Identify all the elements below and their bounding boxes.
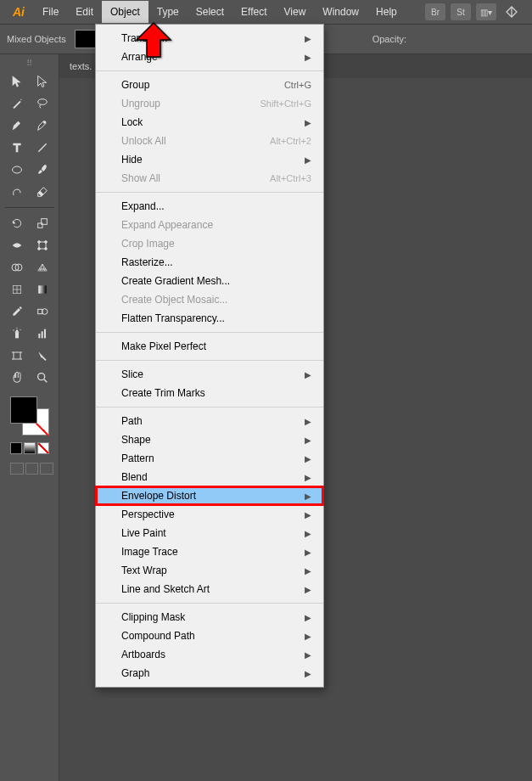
selection-tool[interactable] (5, 71, 29, 92)
fill-stroke-swatches[interactable] (10, 396, 49, 435)
menu-item-create-trim-marks[interactable]: Create Trim Marks (96, 384, 323, 402)
zoom-tool[interactable] (31, 368, 54, 388)
perspective-grid-tool[interactable] (31, 257, 54, 278)
menu-item-lock[interactable]: Lock▶ (96, 113, 323, 132)
menu-item-label: Expand Appearance (121, 219, 311, 231)
bridge-icon[interactable]: Br (425, 3, 445, 20)
blend-tool[interactable] (31, 301, 54, 322)
menu-item-blend[interactable]: Blend▶ (96, 468, 323, 486)
menu-type[interactable]: Type (148, 1, 188, 23)
menu-item-shortcut: Alt+Ctrl+3 (270, 173, 311, 183)
menu-item-artboards[interactable]: Artboards▶ (96, 645, 323, 664)
menu-item-graph[interactable]: Graph▶ (96, 664, 323, 683)
direct-selection-tool[interactable] (31, 71, 54, 92)
hand-tool[interactable] (5, 368, 29, 388)
menu-item-pattern[interactable]: Pattern▶ (96, 449, 323, 468)
svg-point-21 (20, 329, 20, 330)
submenu-arrow-icon: ▶ (305, 669, 311, 678)
menu-item-create-gradient-mesh[interactable]: Create Gradient Mesh... (96, 272, 323, 290)
svg-point-7 (38, 241, 41, 244)
symbol-sprayer-tool[interactable] (5, 323, 29, 344)
submenu-arrow-icon: ▶ (305, 492, 311, 501)
draw-behind[interactable] (25, 463, 39, 475)
menu-effect[interactable]: Effect (232, 1, 275, 23)
gradient-tool[interactable] (31, 279, 54, 300)
svg-rect-4 (38, 223, 42, 228)
mesh-tool[interactable] (5, 279, 29, 300)
fill-swatch-tool[interactable] (10, 396, 37, 424)
menu-item-label: Artboards (121, 649, 298, 660)
menu-item-compound-path[interactable]: Compound Path▶ (96, 626, 323, 645)
pen-tool[interactable] (5, 115, 29, 136)
menu-item-label: Create Trim Marks (121, 387, 311, 399)
lasso-tool[interactable] (31, 93, 54, 114)
width-tool[interactable] (5, 235, 29, 256)
svg-rect-16 (38, 285, 46, 293)
type-tool[interactable] (5, 138, 29, 158)
menu-item-label: Flatten Transparency... (121, 312, 311, 324)
menu-item-label: Unlock All (121, 135, 270, 147)
menu-item-slice[interactable]: Slice▶ (96, 365, 323, 384)
magic-wand-tool[interactable] (5, 93, 29, 114)
color-mode-gradient[interactable] (24, 442, 36, 454)
color-mode-color[interactable] (10, 442, 22, 454)
submenu-arrow-icon: ▶ (305, 613, 311, 622)
submenu-arrow-icon: ▶ (305, 118, 311, 127)
menu-window[interactable]: Window (314, 1, 367, 23)
draw-normal[interactable] (10, 463, 24, 475)
artboard-tool[interactable] (5, 346, 29, 366)
curvature-tool[interactable] (31, 115, 54, 136)
shaper-tool[interactable] (5, 182, 29, 202)
shape-builder-tool[interactable] (5, 257, 29, 278)
menu-help[interactable]: Help (367, 1, 406, 23)
menu-item-perspective[interactable]: Perspective▶ (96, 505, 323, 524)
submenu-arrow-icon: ▶ (305, 650, 311, 660)
menu-file[interactable]: File (34, 1, 67, 23)
workspace-switcher-icon[interactable]: ▥▾ (476, 3, 496, 20)
panel-grip[interactable]: ⠿ (5, 58, 53, 68)
tool-panel: ⠿ (0, 54, 59, 781)
menu-item-hide[interactable]: Hide▶ (96, 150, 323, 169)
line-tool[interactable] (31, 138, 54, 158)
menu-item-line-and-sketch-art[interactable]: Line and Sketch Art▶ (96, 580, 323, 598)
menu-item-group[interactable]: GroupCtrl+G (96, 76, 323, 94)
menu-select[interactable]: Select (188, 1, 232, 23)
svg-point-31 (38, 374, 45, 380)
slice-tool[interactable] (31, 346, 54, 366)
menu-item-live-paint[interactable]: Live Paint▶ (96, 524, 323, 542)
menu-item-path[interactable]: Path▶ (96, 412, 323, 430)
paintbrush-tool[interactable] (31, 160, 54, 180)
menu-item-label: Graph (121, 667, 298, 679)
menu-item-expand[interactable]: Expand... (96, 197, 323, 216)
menu-item-label: Pattern (121, 452, 298, 464)
menu-item-label: Arrange (121, 51, 298, 63)
menu-item-transform[interactable]: Transform▶ (96, 29, 323, 48)
scale-tool[interactable] (31, 213, 54, 233)
submenu-arrow-icon: ▶ (305, 529, 311, 538)
menu-object[interactable]: Object (102, 1, 148, 23)
menu-item-make-pixel-perfect[interactable]: Make Pixel Perfect (96, 337, 323, 356)
menu-item-text-wrap[interactable]: Text Wrap▶ (96, 561, 323, 580)
search-icon[interactable] (501, 3, 522, 20)
menu-edit[interactable]: Edit (67, 1, 102, 23)
menu-item-shape[interactable]: Shape▶ (96, 430, 323, 449)
menu-item-label: Make Pixel Perfect (121, 340, 311, 352)
menu-item-clipping-mask[interactable]: Clipping Mask▶ (96, 608, 323, 626)
menu-item-rasterize[interactable]: Rasterize... (96, 253, 323, 272)
svg-point-20 (13, 329, 14, 330)
column-graph-tool[interactable] (31, 323, 54, 344)
menu-item-arrange[interactable]: Arrange▶ (96, 48, 323, 66)
menu-item-image-trace[interactable]: Image Trace▶ (96, 542, 323, 561)
menu-item-flatten-transparency[interactable]: Flatten Transparency... (96, 309, 323, 328)
stock-icon[interactable]: St (451, 3, 471, 20)
menu-item-envelope-distort[interactable]: Envelope Distort▶ (96, 486, 323, 505)
eyedropper-tool[interactable] (5, 301, 29, 322)
color-mode-none[interactable] (37, 442, 49, 454)
draw-inside[interactable] (40, 463, 53, 475)
svg-rect-19 (15, 333, 19, 339)
rotate-tool[interactable] (5, 213, 29, 233)
eraser-tool[interactable] (31, 182, 54, 202)
free-transform-tool[interactable] (31, 235, 54, 256)
menu-view[interactable]: View (276, 1, 315, 23)
ellipse-tool[interactable] (5, 160, 29, 180)
